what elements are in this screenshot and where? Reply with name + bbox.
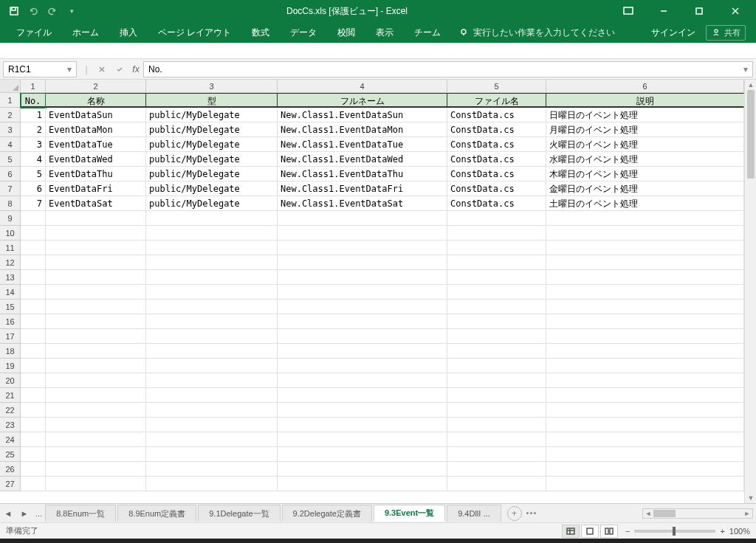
grid-rows[interactable]: 1No.名称型フルネームファイル名説明21EventDataSunpublic/… [0, 93, 744, 503]
cell[interactable] [546, 285, 744, 300]
cell[interactable] [447, 359, 546, 373]
cell[interactable] [278, 314, 447, 329]
zoom-out-button[interactable]: − [625, 527, 630, 536]
col-header[interactable]: 5 [447, 80, 546, 93]
view-page-layout-button[interactable] [581, 525, 599, 538]
zoom-level[interactable]: 100% [729, 527, 750, 536]
cell[interactable] [46, 300, 146, 314]
scroll-left-icon[interactable]: ◄ [643, 510, 653, 517]
cell[interactable] [146, 447, 278, 462]
cell[interactable]: ConstData.cs [447, 152, 546, 167]
tab-formulas[interactable]: 数式 [241, 22, 280, 43]
cell[interactable]: 火曜日のイベント処理 [546, 137, 744, 152]
cell[interactable] [21, 403, 46, 418]
scroll-up-icon[interactable]: ▲ [745, 80, 756, 90]
cell[interactable]: 3 [21, 137, 46, 152]
row-header[interactable]: 26 [0, 462, 21, 477]
cell[interactable]: public/MyDelegate [146, 167, 278, 181]
row-header[interactable]: 24 [0, 432, 21, 447]
formula-expand-icon[interactable]: ▾ [743, 64, 748, 75]
cell[interactable] [146, 329, 278, 344]
scroll-down-icon[interactable]: ▼ [745, 493, 756, 503]
row-header[interactable]: 15 [0, 300, 21, 314]
cell[interactable] [21, 255, 46, 270]
share-button[interactable]: 共有 [706, 25, 746, 41]
cell[interactable]: フルネーム [278, 93, 447, 108]
cell[interactable]: New.Class1.EventDataWed [278, 152, 447, 167]
cell[interactable] [546, 255, 744, 270]
minimize-button[interactable] [648, 1, 679, 21]
cell[interactable]: ConstData.cs [447, 137, 546, 152]
cell[interactable]: 6 [21, 181, 46, 196]
cell[interactable]: ファイル名 [447, 93, 546, 108]
cell[interactable] [146, 314, 278, 329]
maximize-button[interactable] [684, 1, 715, 21]
col-header[interactable]: 1 [21, 80, 46, 93]
cell[interactable] [447, 329, 546, 344]
cell[interactable]: public/MyDelegate [146, 181, 278, 196]
cell[interactable] [278, 477, 447, 491]
cell[interactable] [21, 226, 46, 241]
cell[interactable] [46, 255, 146, 270]
cell[interactable]: public/MyDelegate [146, 196, 278, 211]
cell[interactable]: ConstData.cs [447, 196, 546, 211]
cell[interactable] [21, 314, 46, 329]
sheet-tab[interactable]: 8.8Enum一覧 [45, 505, 116, 522]
cell[interactable] [146, 388, 278, 403]
cell[interactable] [21, 300, 46, 314]
cell[interactable] [546, 462, 744, 477]
cell[interactable] [146, 359, 278, 373]
cell[interactable] [447, 285, 546, 300]
cell[interactable] [46, 359, 146, 373]
row-header[interactable]: 5 [0, 152, 21, 167]
cell[interactable] [278, 418, 447, 432]
view-normal-button[interactable] [562, 525, 580, 538]
row-header[interactable]: 27 [0, 477, 21, 491]
cell[interactable] [146, 477, 278, 491]
cell[interactable] [146, 344, 278, 359]
cell[interactable] [546, 344, 744, 359]
row-header[interactable]: 12 [0, 255, 21, 270]
cell[interactable] [46, 285, 146, 300]
cell[interactable] [46, 388, 146, 403]
cell[interactable]: ConstData.cs [447, 122, 546, 137]
cell[interactable] [546, 226, 744, 241]
cell[interactable] [21, 462, 46, 477]
sheet-tab[interactable]: 9.4DllI ... [447, 505, 501, 522]
cell[interactable]: 型 [146, 93, 278, 108]
col-header[interactable]: 2 [46, 80, 146, 93]
cell[interactable] [447, 403, 546, 418]
row-header[interactable]: 17 [0, 329, 21, 344]
cell[interactable] [21, 477, 46, 491]
cell[interactable]: New.Class1.EventDataMon [278, 122, 447, 137]
cell[interactable] [21, 329, 46, 344]
cell[interactable]: EventDataSun [46, 108, 146, 122]
row-header[interactable]: 1 [0, 93, 21, 108]
cell[interactable] [146, 255, 278, 270]
cell[interactable]: public/MyDelegate [146, 137, 278, 152]
cell[interactable] [21, 344, 46, 359]
cell[interactable] [278, 462, 447, 477]
cell[interactable] [546, 211, 744, 226]
cell[interactable]: EventDataTue [46, 137, 146, 152]
cell[interactable]: EventDataWed [46, 152, 146, 167]
row-header[interactable]: 22 [0, 403, 21, 418]
cell[interactable] [447, 226, 546, 241]
view-page-break-button[interactable] [600, 525, 618, 538]
row-header[interactable]: 14 [0, 285, 21, 300]
cell[interactable] [21, 285, 46, 300]
cell[interactable] [46, 314, 146, 329]
cell[interactable] [447, 462, 546, 477]
cell[interactable] [46, 241, 146, 255]
cell[interactable] [278, 211, 447, 226]
cell[interactable]: EventDataThu [46, 167, 146, 181]
cell[interactable] [546, 241, 744, 255]
cell[interactable] [146, 418, 278, 432]
cell[interactable] [146, 462, 278, 477]
cell[interactable] [146, 226, 278, 241]
cell[interactable] [21, 432, 46, 447]
cell[interactable]: 名称 [46, 93, 146, 108]
row-header[interactable]: 3 [0, 122, 21, 137]
horizontal-scrollbar[interactable]: ◄ ► [642, 508, 753, 519]
cell[interactable] [146, 211, 278, 226]
